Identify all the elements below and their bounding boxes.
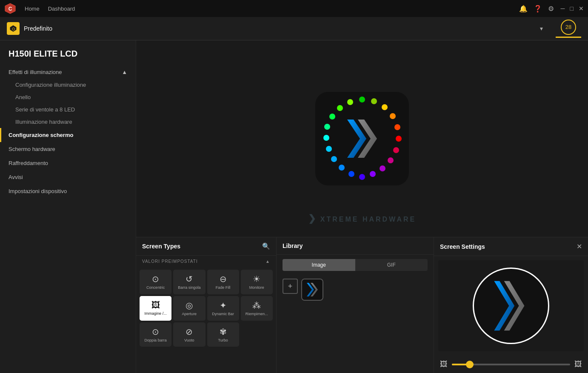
sidebar-item-avvisi[interactable]: Avvisi: [0, 170, 136, 184]
tab-gif[interactable]: GIF: [355, 259, 428, 271]
tab-image[interactable]: Image: [283, 259, 355, 271]
sidebar-section-lighting[interactable]: Effetti di illuminazione ▲: [0, 65, 136, 79]
doppia-barra-icon: ⊙: [152, 327, 159, 337]
library-content: +: [277, 275, 434, 304]
brightness-high-icon: 🖼: [574, 360, 582, 369]
type-concentric[interactable]: ⊙ Concentric: [140, 270, 171, 294]
type-immagine[interactable]: 🖼 Immagine /...: [140, 296, 171, 321]
profile-tab-indicator: [556, 37, 581, 38]
profile-dropdown-icon[interactable]: ▾: [540, 25, 543, 32]
preview-area: ❯ Xtreme Hardware: [136, 40, 588, 237]
sidebar-sub-anello[interactable]: Anello: [0, 91, 136, 103]
lighting-section-label: Effetti di illuminazione: [9, 69, 62, 75]
profile-tab-number: 28: [561, 20, 576, 35]
fade-fill-icon: ⊖: [220, 274, 227, 284]
svg-point-17: [331, 156, 337, 162]
sidebar-item-impostazioni[interactable]: Impostazioni dispositivo: [0, 184, 136, 198]
concentric-label: Concentric: [146, 285, 165, 290]
main-layout: H150I ELITE LCD Effetti di illuminazione…: [0, 40, 588, 373]
sidebar-item-schermo-hw[interactable]: Schermo hardware: [0, 142, 136, 156]
titlebar: C Home Dashboard 🔔 ❓ ⚙ ─ □ ✕: [0, 0, 588, 17]
svg-point-15: [348, 171, 354, 177]
minimize-button[interactable]: ─: [561, 5, 565, 12]
svg-point-23: [347, 99, 353, 105]
brightness-slider[interactable]: [452, 364, 570, 365]
svg-point-22: [337, 105, 343, 111]
screen-types-title: Screen Types: [142, 243, 180, 250]
type-doppia-barra[interactable]: ⊙ Doppia barra: [140, 322, 171, 347]
type-vuoto[interactable]: ⊘ Vuoto: [173, 322, 205, 347]
watermark: ❯ Xtreme Hardware: [308, 213, 416, 224]
add-image-button[interactable]: +: [283, 279, 298, 294]
titlebar-actions: 🔔 ❓ ⚙: [519, 5, 554, 13]
svg-point-19: [323, 135, 329, 141]
doppia-barra-label: Doppia barra: [145, 338, 167, 343]
profile-icon: ⬡: [7, 22, 20, 35]
section-collapse-icon[interactable]: ▲: [265, 259, 270, 264]
screen-settings-preview: [438, 260, 584, 351]
screen-settings-panel: Screen Settings ✕: [434, 237, 588, 373]
nav-home[interactable]: Home: [25, 6, 40, 12]
svg-point-21: [329, 114, 335, 120]
slider-thumb[interactable]: [466, 361, 474, 368]
content-area: ❯ Xtreme Hardware Screen Types 🔍 VALORI …: [136, 40, 588, 373]
type-dynamic-bar[interactable]: ✦ Dynamic Bar: [207, 296, 239, 321]
sidebar: H150I ELITE LCD Effetti di illuminazione…: [0, 40, 136, 373]
type-riempimen[interactable]: ⁂ Riempimen...: [241, 296, 273, 321]
svg-point-9: [396, 136, 402, 142]
type-monitore[interactable]: ☀ Monitore: [241, 270, 273, 294]
riempimen-label: Riempimen...: [245, 312, 268, 316]
screen-settings-footer: 🖼 🖼: [434, 356, 588, 373]
search-icon[interactable]: 🔍: [262, 242, 270, 250]
lighting-chevron-icon: ▲: [122, 69, 127, 75]
nav-bar: Home Dashboard: [25, 6, 519, 12]
profile-tab[interactable]: 28: [556, 20, 581, 38]
svg-point-5: [371, 98, 377, 104]
type-aperture[interactable]: ◎ Aperture: [173, 296, 205, 321]
bell-icon[interactable]: 🔔: [519, 5, 528, 13]
library-panel: Library Image GIF +: [277, 237, 434, 373]
sidebar-item-raffreddamento[interactable]: Raffreddamento: [0, 156, 136, 170]
turbo-icon: ✾: [220, 327, 227, 337]
screen-types-section-label: VALORI PREIMPOSTATI ▲: [136, 256, 276, 267]
type-barra-singola[interactable]: ↺ Barra singola: [173, 270, 205, 294]
nav-dashboard[interactable]: Dashboard: [48, 6, 75, 12]
app-logo: C: [4, 3, 16, 14]
maximize-button[interactable]: □: [570, 5, 574, 12]
dynamic-bar-icon: ✦: [220, 300, 227, 310]
profile-bar: ⬡ Predefinito ▾ 28: [0, 17, 588, 40]
library-header: Library: [277, 237, 434, 255]
aperture-icon: ◎: [186, 300, 193, 310]
sidebar-sub-serie-ventole[interactable]: Serie di ventole a 8 LED: [0, 103, 136, 116]
screen-settings-title: Screen Settings: [440, 243, 485, 250]
monitore-label: Monitore: [249, 285, 264, 290]
type-fade-fill[interactable]: ⊖ Fade Fill: [207, 270, 239, 294]
sidebar-sub-config-illuminazione[interactable]: Configurazione illuminazione: [0, 79, 136, 91]
help-icon[interactable]: ❓: [534, 5, 542, 13]
aperture-label: Aperture: [182, 312, 197, 316]
screen-settings-header: Screen Settings ✕: [434, 237, 588, 256]
svg-point-7: [390, 113, 396, 119]
svg-point-12: [380, 165, 385, 171]
sidebar-item-config-schermo[interactable]: Configurazione schermo: [0, 128, 136, 142]
barra-singola-icon: ↺: [186, 274, 193, 284]
svg-text:C: C: [9, 6, 12, 12]
settings-icon[interactable]: ⚙: [548, 5, 554, 13]
svg-point-4: [359, 97, 365, 103]
type-turbo[interactable]: ✾ Turbo: [207, 322, 239, 347]
library-thumbnail[interactable]: [301, 279, 323, 301]
vuoto-label: Vuoto: [184, 338, 194, 343]
bottom-panels: Screen Types 🔍 VALORI PREIMPOSTATI ▲ ⊙ C…: [136, 237, 588, 373]
svg-point-6: [382, 104, 388, 110]
library-tabs: Image GIF: [283, 259, 428, 271]
concentric-icon: ⊙: [152, 274, 159, 284]
riempimen-icon: ⁂: [252, 300, 261, 310]
fade-fill-label: Fade Fill: [216, 285, 231, 290]
screen-settings-close-button[interactable]: ✕: [577, 242, 582, 251]
window-controls: ─ □ ✕: [561, 5, 584, 12]
close-button[interactable]: ✕: [579, 5, 584, 12]
sidebar-sub-illuminazione-hw[interactable]: Illuminazione hardware: [0, 116, 136, 128]
library-title: Library: [283, 242, 303, 249]
screen-types-grid: ⊙ Concentric ↺ Barra singola ⊖ Fade Fill…: [136, 267, 276, 349]
profile-name: Predefinito: [24, 25, 540, 32]
